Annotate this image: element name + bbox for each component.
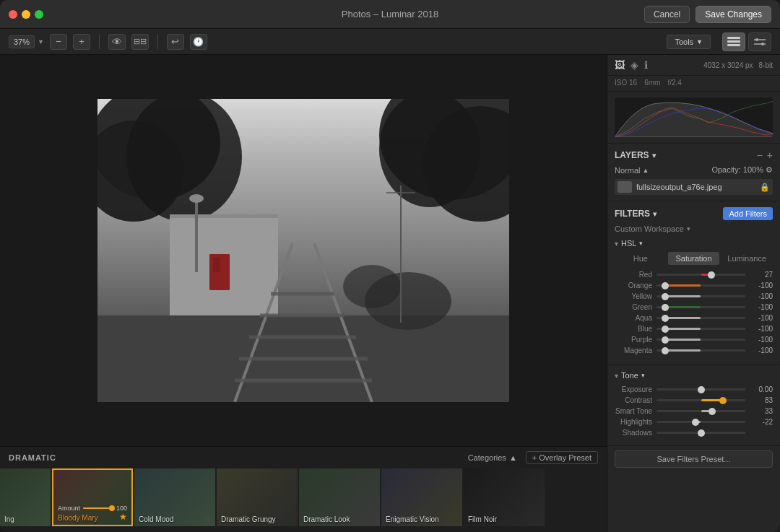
layers-section: LAYERS ▾ − + Normal ▲ Opacity: 100% ⚙ [607,144,780,201]
list-item[interactable]: Cold Mood ☆ [134,468,215,526]
slider-thumb[interactable] [662,326,669,333]
preset-label: Enigmatic Vision [386,515,439,523]
layers-controls: − + [757,149,773,161]
slider-track[interactable] [656,317,745,319]
zoom-value[interactable]: 37% [9,35,35,48]
tools-menu-button[interactable]: Tools ▼ [667,35,711,49]
slider-track[interactable] [656,432,745,434]
slider-label: Magenta [615,346,652,354]
undo-button[interactable]: ↩ [167,34,184,50]
slider-thumb[interactable] [662,336,669,344]
slider-track[interactable] [656,295,745,297]
save-filters-preset-button[interactable]: Save Filters Preset... [615,450,773,468]
layers-plus-button[interactable]: + [767,149,773,161]
layers-minus-button[interactable]: − [757,149,763,161]
adjustments-view-button[interactable] [748,32,771,51]
photo-container[interactable] [0,55,607,446]
workspace-selector[interactable]: Custom Workspace ▾ [615,224,773,233]
slider-thumb[interactable] [662,304,669,311]
slider-magenta: Magenta -100 [615,346,773,354]
list-item[interactable]: Enigmatic Vision [381,468,462,526]
overlay-preset-button[interactable]: + Overlay Preset [526,451,598,464]
zoom-in-button[interactable]: + [73,34,90,50]
layers-view-button[interactable] [722,32,745,51]
slider-track[interactable] [656,339,745,341]
svg-rect-17 [213,258,220,272]
hsl-title: HSL ▾ [621,239,643,248]
list-item[interactable]: Ing [0,468,51,526]
slider-value: -100 [750,325,773,333]
list-item[interactable]: Amount 100 Bloody Mary ★ [52,468,133,526]
slider-thumb[interactable] [662,315,669,322]
maximize-button[interactable] [35,10,43,19]
app-title: Photos – Luminar 2018 [342,9,438,19]
layers-icon[interactable]: ◈ [630,59,638,71]
list-item[interactable]: Film Noir [464,468,545,526]
slider-thumb[interactable] [662,347,669,354]
image-icon[interactable]: 🖼 [615,59,625,71]
hsl-expand-icon: ▾ [615,240,618,248]
list-item[interactable]: Dramatic Look [299,468,380,526]
lock-icon[interactable]: 🔒 [760,183,770,192]
tab-hue[interactable]: Hue [615,252,667,265]
traffic-lights [9,10,43,19]
svg-rect-2 [727,44,740,46]
slider-value: -100 [750,282,773,289]
tone-chevron-icon: ▾ [641,372,645,379]
toolbar-separator-1 [99,35,100,49]
info-icon[interactable]: ℹ [644,59,648,71]
slider-thumb[interactable] [662,293,669,300]
opacity-control[interactable]: Opacity: 100% ⚙ [711,165,773,175]
tab-saturation[interactable]: Saturation [668,252,720,265]
slider-track[interactable] [656,421,745,423]
slider-track[interactable] [656,328,745,330]
slider-label: Shadows [615,429,652,437]
star-icon[interactable]: ☆ [203,513,211,523]
slider-thumb[interactable] [692,419,699,426]
slider-track[interactable] [656,306,745,308]
titlebar-buttons: Cancel Save Changes [644,6,771,23]
image-bit-depth: 8-bit [759,61,773,69]
slider-thumb[interactable] [698,386,705,393]
slider-track[interactable] [656,399,745,401]
slider-shadows: Shadows [615,429,773,437]
slider-track[interactable] [656,388,745,391]
slider-thumb[interactable] [719,397,727,404]
slider-thumb[interactable] [662,282,669,289]
tab-luminance[interactable]: Luminance [721,252,773,265]
slider-track[interactable] [656,274,745,276]
blend-mode-selector[interactable]: Normal ▲ [615,166,649,175]
cancel-button[interactable]: Cancel [644,6,690,23]
slider-label: Orange [615,282,652,289]
categories-button[interactable]: Categories ▲ [468,453,517,462]
star-icon[interactable]: ★ [119,512,127,522]
slider-track[interactable] [656,284,745,287]
close-button[interactable] [9,10,17,19]
main-layout: DRAMATIC Categories ▲ + Overlay Preset I… [0,55,780,532]
list-item[interactable]: Dramatic Grungy [217,468,298,526]
filmstrip-header: DRAMATIC Categories ▲ + Overlay Preset [0,447,607,468]
slider-track[interactable] [656,410,745,412]
settings-icon[interactable]: ⚙ [766,165,773,174]
slider-track[interactable] [656,349,745,352]
image-dimensions: 4032 x 3024 px [703,61,753,69]
hsl-header[interactable]: ▾ HSL ▾ [615,239,773,248]
slider-thumb[interactable] [708,408,716,415]
compare-button[interactable]: ⊟⊟ [131,34,149,50]
add-filters-button[interactable]: Add Filters [723,207,773,220]
minimize-button[interactable] [22,10,30,19]
history-button[interactable]: 🕐 [190,34,207,50]
slider-yellow: Yellow -100 [615,292,773,300]
amount-control[interactable]: Amount 100 [58,505,127,512]
filmstrip-scroll[interactable]: Ing Amount 100 Bloody Mary ★ [0,468,607,532]
layer-item[interactable]: fullsizeoutput_a76e.jpeg 🔒 [615,179,773,195]
canvas-area: DRAMATIC Categories ▲ + Overlay Preset I… [0,55,607,532]
preview-toggle-button[interactable]: 👁 [108,34,126,50]
tone-header[interactable]: ▾ Tone ▾ [615,371,773,380]
slider-label: Green [615,303,652,311]
save-changes-button[interactable]: Save Changes [696,6,771,23]
slider-thumb[interactable] [708,271,715,279]
categories-chevron-icon: ▲ [509,453,517,462]
zoom-out-button[interactable]: − [50,34,67,50]
slider-thumb[interactable] [698,429,705,437]
